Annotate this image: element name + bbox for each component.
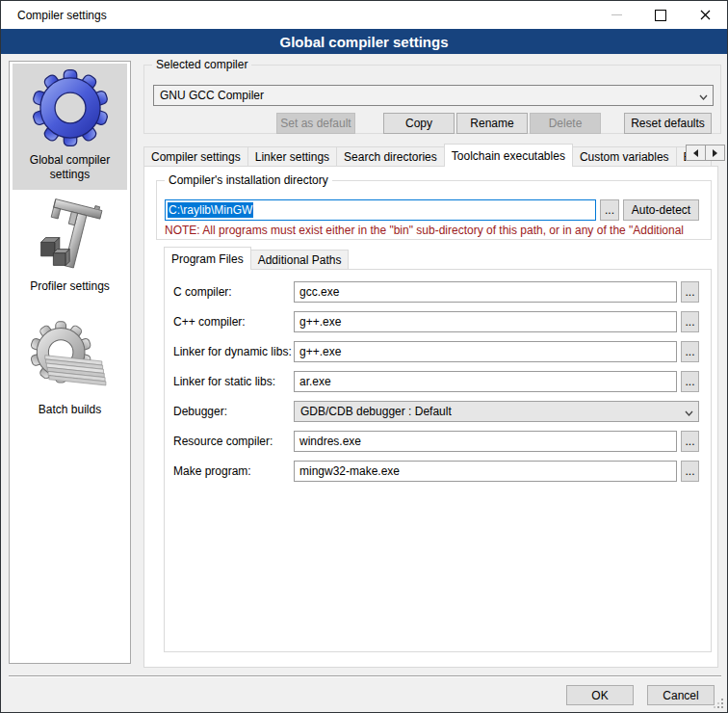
static-linker-input[interactable]: ar.exe: [294, 371, 677, 392]
close-icon: [700, 10, 711, 20]
auto-detect-button[interactable]: Auto-detect: [623, 199, 699, 221]
sidebar-item-label: Global compiler settings: [13, 151, 127, 182]
delete-button[interactable]: Delete: [530, 113, 601, 134]
caliper-icon: [28, 198, 113, 275]
bin-subdirectory-note: NOTE: All programs must exist either in …: [165, 224, 705, 237]
resource-compiler-browse-button[interactable]: ...: [681, 431, 699, 452]
sidebar-item-label: Batch builds: [13, 401, 127, 417]
ok-button[interactable]: OK: [566, 685, 634, 705]
rename-button[interactable]: Rename: [456, 113, 528, 134]
settings-category-sidebar: Global compiler settings: [9, 61, 131, 664]
cpp-compiler-label: C++ compiler:: [173, 311, 246, 332]
copy-button[interactable]: Copy: [383, 113, 455, 134]
make-program-label: Make program:: [173, 461, 251, 482]
make-program-input[interactable]: mingw32-make.exe: [294, 461, 677, 482]
footer-divider: [9, 675, 721, 677]
title-bar: Compiler settings: [1, 1, 727, 29]
tab-search-directories[interactable]: Search directories: [336, 146, 445, 166]
tab-compiler-settings[interactable]: Compiler settings: [143, 146, 248, 166]
cpp-compiler-input[interactable]: g++.exe: [294, 311, 677, 332]
minimize-button[interactable]: [594, 1, 638, 29]
installation-directory-group: Compiler's installation directory C:\ray…: [156, 180, 712, 240]
dialog-header: Global compiler settings: [1, 29, 727, 54]
gray-gear-stack-icon: [28, 319, 113, 398]
debugger-label: Debugger:: [173, 401, 227, 422]
program-files-tabstrip: Program Files Additional Paths: [164, 248, 348, 270]
tab-scroll-right-button[interactable]: [705, 145, 725, 161]
tab-custom-variables[interactable]: Custom variables: [572, 146, 677, 166]
dynamic-linker-browse-button[interactable]: ...: [681, 341, 699, 362]
chevron-down-icon: [685, 409, 692, 417]
tab-scroll-left-button[interactable]: [686, 145, 706, 161]
toolchain-executables-page: Compiler's installation directory C:\ray…: [143, 166, 718, 668]
maximize-button[interactable]: [638, 1, 683, 29]
compiler-settings-dialog: Compiler settings Global compiler settin…: [0, 0, 728, 713]
c-compiler-browse-button[interactable]: ...: [681, 281, 699, 303]
c-compiler-label: C compiler:: [173, 281, 232, 303]
installation-directory-legend: Compiler's installation directory: [165, 173, 332, 187]
c-compiler-input[interactable]: gcc.exe: [294, 281, 677, 303]
close-button[interactable]: [683, 1, 727, 29]
installation-directory-input[interactable]: C:\raylib\MinGW: [165, 199, 596, 221]
dynamic-linker-label: Linker for dynamic libs:: [173, 341, 292, 362]
set-as-default-button[interactable]: Set as default: [276, 113, 355, 134]
static-linker-browse-button[interactable]: ...: [681, 371, 699, 392]
resource-compiler-input[interactable]: windres.exe: [294, 431, 677, 452]
scroll-left-icon: [693, 149, 698, 157]
selected-path-text: C:\raylib\MinGW: [168, 202, 253, 218]
tab-additional-paths[interactable]: Additional Paths: [250, 250, 350, 269]
static-linker-label: Linker for static libs:: [173, 371, 275, 392]
resource-compiler-label: Resource compiler:: [173, 431, 273, 452]
selected-compiler-dropdown[interactable]: GNU GCC Compiler: [153, 85, 714, 106]
dialog-header-title: Global compiler settings: [279, 34, 448, 50]
dynamic-linker-input[interactable]: g++.exe: [294, 341, 677, 362]
debugger-dropdown[interactable]: GDB/CDB debugger : Default: [294, 401, 699, 422]
tab-toolchain-executables[interactable]: Toolchain executables: [444, 144, 573, 167]
cancel-button[interactable]: Cancel: [647, 685, 715, 705]
browse-directory-button[interactable]: ...: [600, 199, 619, 221]
program-files-page: C compiler: gcc.exe ... C++ compiler: g+…: [164, 269, 712, 652]
cpp-compiler-browse-button[interactable]: ...: [681, 311, 699, 332]
compiler-options-tabstrip: Compiler settings Linker settings Search…: [143, 144, 711, 167]
sidebar-item-batch-builds[interactable]: Batch builds: [13, 315, 127, 425]
minimize-icon: [611, 14, 622, 15]
debugger-value: GDB/CDB debugger : Default: [300, 405, 452, 418]
window-controls: [594, 1, 727, 29]
scroll-right-icon: [713, 149, 717, 157]
selected-compiler-value: GNU GCC Compiler: [160, 89, 264, 102]
sidebar-item-global-compiler-settings[interactable]: Global compiler settings: [13, 64, 127, 190]
sidebar-item-profiler-settings[interactable]: Profiler settings: [13, 194, 127, 302]
tab-program-files[interactable]: Program Files: [164, 247, 251, 270]
chevron-down-icon: [699, 93, 707, 101]
selected-compiler-group: Selected compiler GNU GCC Compiler Set a…: [143, 65, 721, 134]
maximize-icon: [655, 10, 666, 21]
blue-gear-icon: [28, 67, 113, 148]
sidebar-item-label: Profiler settings: [13, 277, 127, 294]
resize-grip[interactable]: [714, 699, 724, 709]
reset-defaults-button[interactable]: Reset defaults: [624, 113, 712, 134]
make-program-browse-button[interactable]: ...: [681, 461, 699, 482]
window-title: Compiler settings: [1, 9, 107, 22]
tab-linker-settings[interactable]: Linker settings: [247, 146, 337, 166]
selected-compiler-legend: Selected compiler: [152, 58, 251, 71]
